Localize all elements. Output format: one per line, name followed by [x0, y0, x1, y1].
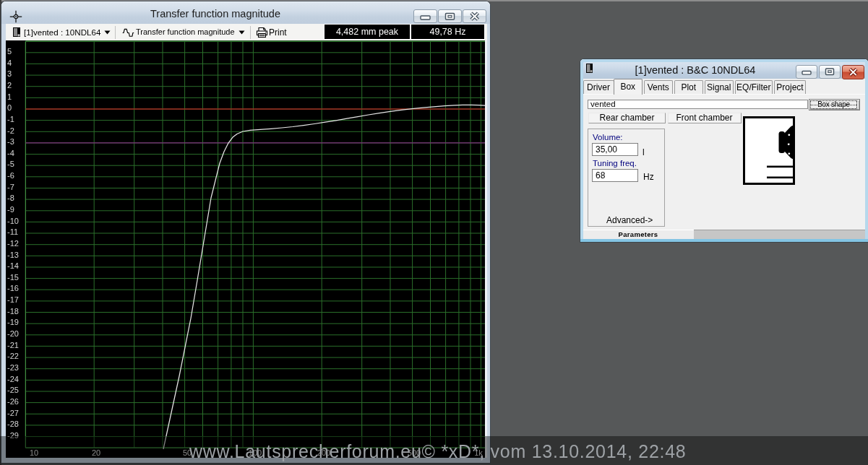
svg-text:-9: -9 — [7, 205, 14, 214]
svg-text:-26: -26 — [7, 397, 19, 406]
svg-text:-8: -8 — [7, 194, 14, 202]
svg-text:-14: -14 — [7, 261, 19, 270]
svg-text:2: 2 — [7, 81, 12, 90]
svg-text:-13: -13 — [7, 251, 19, 259]
svg-text:0: 0 — [7, 103, 12, 112]
svg-text:4: 4 — [7, 58, 12, 67]
svg-text:-15: -15 — [7, 273, 19, 282]
svg-text:-6: -6 — [7, 171, 14, 180]
svg-text:-25: -25 — [7, 386, 19, 394]
svg-text:-16: -16 — [7, 284, 19, 292]
svg-text:-19: -19 — [7, 318, 19, 326]
svg-text:-23: -23 — [7, 363, 19, 372]
svg-text:-20: -20 — [7, 329, 19, 338]
svg-text:-7: -7 — [7, 183, 14, 191]
svg-text:5: 5 — [7, 47, 12, 56]
svg-text:-18: -18 — [7, 307, 19, 316]
svg-text:-10: -10 — [7, 217, 19, 225]
svg-text:3: 3 — [7, 69, 12, 78]
svg-text:-12: -12 — [7, 239, 19, 248]
svg-text:-5: -5 — [7, 160, 14, 168]
svg-text:-22: -22 — [7, 352, 19, 360]
svg-text:-1: -1 — [7, 115, 14, 123]
svg-text:-3: -3 — [7, 137, 14, 146]
svg-text:-21: -21 — [7, 341, 19, 349]
svg-text:-4: -4 — [7, 149, 14, 157]
svg-text:-27: -27 — [7, 409, 19, 417]
svg-text:1: 1 — [7, 92, 12, 101]
svg-text:-2: -2 — [7, 126, 14, 135]
svg-text:-28: -28 — [7, 420, 19, 428]
svg-text:-24: -24 — [7, 375, 19, 383]
svg-text:-17: -17 — [7, 295, 19, 304]
svg-text:-11: -11 — [7, 227, 18, 236]
